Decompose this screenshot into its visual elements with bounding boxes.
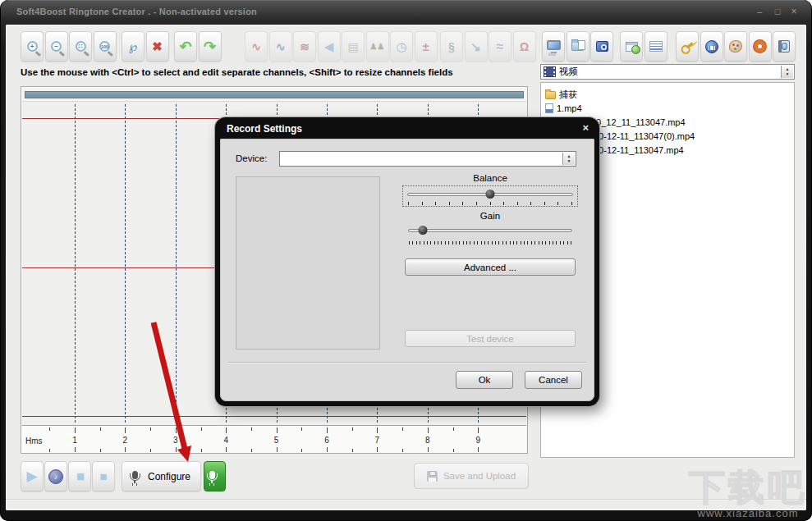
manual-icon — [778, 40, 790, 53]
file-name: 20-12-11_113047(0).mp4 — [594, 131, 695, 141]
title-bar[interactable]: Soft4Boost Ringtone Creator . - Non-acti… — [0, 0, 812, 25]
configure-button[interactable]: Configure — [122, 461, 201, 491]
file-list-item[interactable]: 捕获 — [545, 88, 577, 101]
zoom-out-button[interactable]: − — [45, 31, 68, 62]
slider-tick — [495, 241, 496, 245]
save-and-upload-label: Save and Upload — [443, 471, 516, 481]
ruler-major-tick — [478, 427, 479, 433]
device-spinner[interactable]: ▲▼ — [562, 153, 575, 165]
redo-button[interactable]: ↷ — [199, 31, 222, 62]
playlist-button[interactable] — [645, 31, 667, 62]
disc-ripper-icon — [596, 41, 608, 52]
ruler-bottom-tick — [352, 449, 353, 452]
balance-thumb[interactable] — [486, 190, 495, 199]
disc-ripper-button[interactable] — [590, 31, 613, 62]
dropdown-spinner[interactable]: ▲▼ — [781, 66, 793, 78]
file-list-item[interactable]: 20-12-11_113047.mp4 — [594, 144, 684, 157]
ruler-major-tick — [428, 427, 429, 433]
timeline-ruler: Hms 123456789 — [22, 425, 526, 453]
noise-removal-button: Ω — [513, 31, 536, 62]
device-dropdown[interactable]: ▲▼ — [279, 151, 576, 167]
reverse-button: ◀ — [318, 31, 341, 62]
ruler-number: 2 — [119, 436, 131, 445]
ruler-bottom-tick — [150, 449, 151, 452]
slider-tick — [466, 241, 467, 245]
themes-button[interactable] — [724, 31, 747, 62]
ruler-minor-tick — [49, 427, 50, 431]
slider-tick — [441, 241, 442, 245]
stop-button[interactable]: ■ — [92, 461, 115, 491]
normalize-icon: ↘ — [470, 40, 481, 53]
ok-button[interactable]: Ok — [456, 371, 513, 389]
balance-slider[interactable] — [402, 185, 578, 207]
playback-speed-icon: ◷ — [396, 40, 406, 53]
activation-key-button[interactable] — [676, 31, 699, 62]
gain-label: Gain — [402, 211, 578, 221]
undo-button[interactable]: ↶ — [174, 31, 197, 62]
slider-tick — [477, 241, 478, 245]
file-list-item[interactable]: 20_12_11_113047.mp4 — [591, 116, 686, 129]
delete-selection-button[interactable]: ✖ — [146, 31, 169, 62]
zoom-in-button[interactable]: + — [21, 31, 44, 62]
ruler-number: 9 — [472, 436, 484, 445]
dialog-close-button[interactable]: × — [582, 121, 589, 134]
file-list-item[interactable]: 20-12-11_113047(0).mp4 — [594, 130, 695, 143]
overview-scroll-bar[interactable] — [25, 91, 524, 98]
import-media-button[interactable] — [567, 31, 590, 62]
draw-envelope-button[interactable]: ℘ — [122, 31, 145, 62]
online-services-button[interactable] — [700, 31, 723, 62]
slider-tick — [557, 202, 558, 205]
slider-tick — [470, 241, 470, 245]
configure-label: Configure — [148, 471, 190, 482]
ruler-bottom-tick — [75, 447, 76, 452]
slider-tick — [420, 241, 420, 245]
pause-button[interactable]: ▮▮ — [68, 461, 91, 491]
zoom-selection-button[interactable]: ∷ — [69, 31, 92, 62]
loop-playback-button[interactable]: ♪ — [44, 461, 67, 491]
activation-key-icon — [678, 37, 697, 55]
screen-capture-button[interactable] — [542, 31, 565, 62]
playback-speed-button: ◷ — [390, 31, 413, 62]
folderyellow-icon — [545, 91, 556, 99]
file-name: 1.mp4 — [557, 103, 582, 113]
time-gridline — [125, 104, 126, 423]
slider-tick — [524, 241, 525, 245]
slider-tick — [434, 241, 435, 245]
device-list-panel[interactable] — [236, 176, 380, 350]
record-button[interactable] — [204, 461, 226, 491]
cancel-button[interactable]: Cancel — [525, 371, 582, 389]
import-media-icon — [571, 42, 584, 51]
redo-icon: ↷ — [204, 39, 216, 54]
ruler-minor-tick — [402, 427, 403, 431]
zoom-100-button[interactable]: 100 — [94, 31, 117, 62]
ruler-minor-tick — [100, 427, 101, 431]
advanced-button[interactable]: Advanced ... — [405, 258, 576, 276]
slider-tick — [492, 241, 493, 245]
themes-icon — [729, 40, 742, 53]
minimize-button[interactable]: – — [753, 5, 766, 18]
media-category-dropdown[interactable]: 视频 ▲▼ — [540, 64, 795, 80]
amplitude-button: ± — [415, 31, 438, 62]
slider-tick — [445, 241, 446, 245]
slider-tick — [474, 241, 475, 245]
play-button[interactable]: ▶ — [21, 461, 44, 491]
file-list-item[interactable]: 1.mp4 — [545, 102, 582, 115]
gain-slider[interactable] — [404, 224, 576, 245]
manual-button[interactable] — [773, 31, 796, 62]
slider-tick — [409, 241, 410, 245]
help-icon — [754, 40, 766, 53]
ruler-bottom-tick — [251, 449, 252, 452]
new-window-button[interactable] — [620, 31, 643, 62]
help-button[interactable] — [749, 31, 772, 62]
ruler-bottom-tick — [402, 449, 403, 452]
ruler-major-tick — [226, 427, 227, 433]
close-button[interactable]: × — [787, 5, 801, 18]
gain-thumb[interactable] — [419, 226, 428, 235]
fade-in-icon: ∿ — [251, 41, 261, 53]
maximize-button[interactable]: □ — [771, 5, 784, 18]
test-device-button: Test device — [405, 330, 576, 347]
amplitude-icon: ± — [422, 40, 429, 53]
ruler-bottom-tick — [428, 447, 429, 452]
spinner-down-icon: ▼ — [786, 72, 790, 76]
dialog-title: Record Settings — [227, 123, 302, 135]
